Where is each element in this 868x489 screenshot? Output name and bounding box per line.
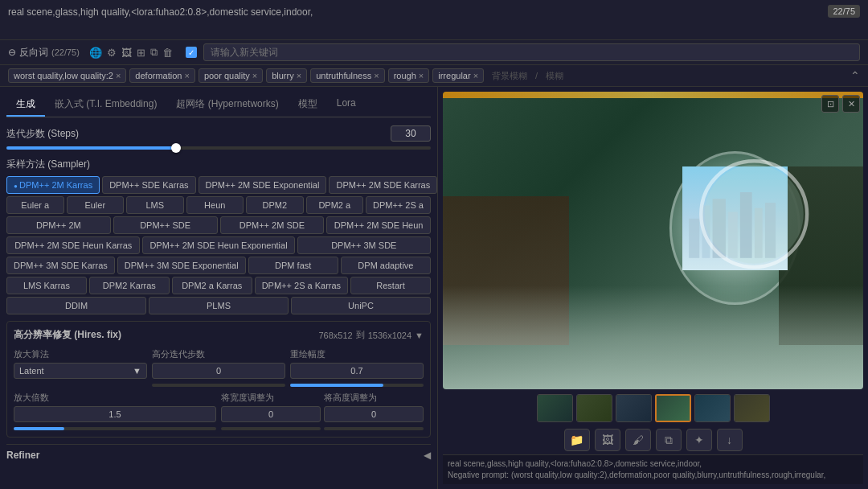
fullscreen-button[interactable]: ⊡ (821, 95, 839, 113)
tag-close-poor[interactable]: × (252, 71, 257, 80)
hires-height-field: 将高度调整为 0 (324, 392, 424, 430)
hires-header: 高分辨率修复 (Hires. fix) 768x512 到 1536x1024 … (14, 328, 424, 342)
gear-icon[interactable]: ⚙ (107, 47, 117, 59)
download-button[interactable]: ↓ (717, 429, 743, 451)
hires-steps-slider[interactable] (152, 384, 285, 387)
collapse-tags-button[interactable]: ⌃ (850, 69, 860, 82)
hires-steps-value[interactable]: 0 (152, 363, 285, 379)
tab-model[interactable]: 模型 (289, 93, 327, 117)
prompt-counter: 22/75 (828, 5, 860, 18)
thumb-1[interactable] (537, 394, 573, 422)
tab-generate[interactable]: 生成 (6, 93, 45, 117)
sampler-dpm2msde-heun-exp[interactable]: DPM++ 2M SDE Heun Exponential (142, 236, 294, 254)
sampler-dpm3m-sde-karras[interactable]: DPM++ 3M SDE Karras (6, 257, 115, 274)
sampler-dpm2msde-heun[interactable]: DPM++ 2M SDE Heun (326, 216, 431, 234)
sampler-plms[interactable]: PLMS (149, 297, 289, 314)
hires-steps-field: 高分迭代步数 0 (152, 348, 285, 387)
save-button[interactable]: 🖼 (595, 429, 620, 451)
sampler-dpmsde[interactable]: DPM++ SDE (113, 216, 218, 234)
hires-height-label: 将高度调整为 (324, 392, 424, 404)
sampler-row-1: DPM++ 2M Karras DPM++ SDE Karras DPM++ 2… (6, 176, 431, 194)
ceiling-light (443, 92, 863, 98)
sampler-heun[interactable]: Heun (186, 196, 244, 214)
neg-keyword-input[interactable] (203, 43, 860, 61)
refiner-collapse-icon[interactable]: ◀ (424, 450, 431, 461)
sampler-euler[interactable]: Euler (67, 196, 125, 214)
hires-dropdown-icon[interactable]: ▼ (415, 331, 424, 340)
sampler-dpm2sa-karras[interactable]: DPM++ 2S a Karras (255, 277, 348, 294)
negative-prompt-bar: ⊖ 反向词 (22/75) 🌐 ⚙ 🖼 ⊞ ⧉ 🗑 ✓ (0, 40, 868, 65)
trash-icon[interactable]: 🗑 (162, 47, 173, 59)
hint-blur: 模糊 (546, 70, 563, 82)
hires-width-slider[interactable] (221, 427, 321, 430)
hires-upscaler-select[interactable]: Latent ▼ (14, 363, 147, 379)
sampler-dpm2-karras[interactable]: DPM2 Karras (89, 277, 170, 294)
tag-close-deformation[interactable]: × (184, 71, 189, 80)
layers-button[interactable]: ⧉ (656, 429, 682, 451)
hires-denoise-value[interactable]: 0.7 (290, 363, 424, 379)
sampler-dpm2a-karras[interactable]: DPM2 a Karras (172, 277, 252, 294)
hires-upscaler-field: 放大算法 Latent ▼ (14, 348, 147, 379)
sampler-dpm2msde-heun-karras[interactable]: DPM++ 2M SDE Heun Karras (6, 236, 140, 254)
steps-slider-container (6, 146, 431, 150)
thumb-4-active[interactable] (655, 394, 691, 422)
hires-scale-slider[interactable] (14, 427, 216, 430)
tab-lora[interactable]: Lora (327, 93, 366, 117)
hires-scale-field: 放大倍数 1.5 (14, 392, 216, 430)
thumb-3[interactable] (616, 394, 652, 422)
copy-icon[interactable]: ⧉ (150, 46, 158, 59)
star-button[interactable]: ✦ (686, 429, 712, 451)
sampler-dpm2m-sde-karras[interactable]: DPM++ 2M SDE Karras (329, 176, 437, 194)
steps-slider-fill (6, 146, 176, 150)
sampler-dpm2[interactable]: DPM2 (246, 196, 304, 214)
hires-denoise-slider[interactable] (290, 384, 424, 387)
sampler-dpm-fast[interactable]: DPM fast (248, 257, 338, 274)
sampler-dpm2a[interactable]: DPM2 a (306, 196, 364, 214)
sampler-row-7: DDIM PLMS UniPC (6, 297, 431, 314)
sampler-ddim[interactable]: DDIM (6, 297, 146, 314)
sampler-dpm-adaptive[interactable]: DPM adaptive (341, 257, 431, 274)
grid-icon[interactable]: ⊞ (137, 47, 145, 59)
tag-irregular: irregular × (432, 68, 484, 83)
paint-button[interactable]: 🖌 (625, 429, 651, 451)
thumb-5[interactable] (694, 394, 731, 422)
hires-height-slider[interactable] (324, 427, 424, 430)
tabs-row: 生成 嵌入式 (T.I. Embedding) 超网络 (Hypernetwor… (6, 93, 431, 117)
sampler-dpm2m[interactable]: DPM++ 2M (6, 216, 111, 234)
tag-close-blurry[interactable]: × (297, 71, 301, 80)
sampler-lms-karras[interactable]: LMS Karras (6, 277, 87, 294)
sampler-unipc[interactable]: UniPC (291, 297, 431, 314)
sampler-dpm2msde[interactable]: DPM++ 2M SDE (220, 216, 325, 234)
sampler-dpp2sa[interactable]: DPM++ 2S a (366, 196, 431, 214)
thumb-6[interactable] (734, 394, 770, 422)
sampler-dpm-sde-karras[interactable]: DPM++ SDE Karras (102, 176, 195, 194)
steps-value[interactable]: 30 (391, 125, 431, 142)
globe-icon[interactable]: 🌐 (89, 47, 102, 59)
folder-button[interactable]: 📁 (564, 429, 590, 451)
tag-close-rough[interactable]: × (419, 71, 424, 80)
right-panel: ⊡ ✕ 📁 🖼 🖌 ⧉ ✦ ↓ real scene,glass,high qu… (438, 87, 868, 489)
sampler-euler-a[interactable]: Euler a (6, 196, 64, 214)
hires-width-value[interactable]: 0 (221, 406, 321, 422)
sampler-lms[interactable]: LMS (126, 196, 184, 214)
image-neg-icon[interactable]: 🖼 (121, 47, 132, 59)
tag-blurry: blurry × (266, 68, 307, 83)
sampler-dpm2m-sde-exp[interactable]: DPM++ 2M SDE Exponential (199, 176, 327, 194)
sampler-dpm2m-karras[interactable]: DPM++ 2M Karras (6, 176, 100, 194)
sampler-dpm3msde[interactable]: DPM++ 3M SDE (297, 236, 431, 254)
tag-close-irregular[interactable]: × (473, 71, 478, 80)
hires-height-value[interactable]: 0 (324, 406, 424, 422)
tag-close-untruth[interactable]: × (374, 71, 379, 80)
hires-scale-value[interactable]: 1.5 (14, 406, 216, 422)
sampler-restart[interactable]: Restart (350, 277, 431, 294)
tab-embedding[interactable]: 嵌入式 (T.I. Embedding) (45, 93, 166, 117)
sampler-dpm3m-sde-exp[interactable]: DPM++ 3M SDE Exponential (117, 257, 246, 274)
tab-hypernetworks[interactable]: 超网络 (Hypernetworks) (166, 93, 288, 117)
tag-close-worst[interactable]: × (116, 71, 121, 80)
image-top-controls: ⊡ ✕ (821, 95, 860, 113)
tag-worst-quality: worst quality,low quality:2 × (8, 68, 126, 83)
steps-slider-thumb[interactable] (171, 143, 181, 153)
neg-checkbox[interactable]: ✓ (186, 47, 197, 58)
thumb-2[interactable] (576, 394, 612, 422)
close-image-button[interactable]: ✕ (842, 95, 860, 113)
